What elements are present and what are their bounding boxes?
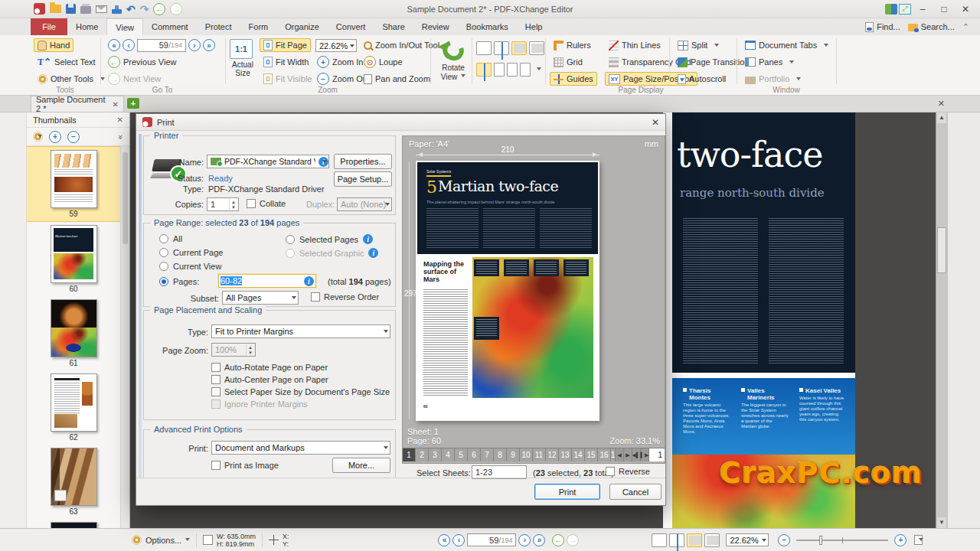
close-tab-icon[interactable]: ✕: [113, 100, 119, 109]
new-tab-icon[interactable]: +: [127, 98, 139, 109]
maximize-button[interactable]: □: [934, 2, 954, 16]
sheet-cell[interactable]: 5: [455, 448, 468, 461]
rotate-view-button[interactable]: RotateView: [436, 38, 470, 81]
radio-current-view[interactable]: Current View: [159, 262, 221, 271]
tab-view[interactable]: View: [106, 18, 143, 35]
fit-page-button[interactable]: Fit Page: [260, 38, 311, 52]
tab-organize[interactable]: Organize: [276, 18, 328, 35]
page-rotate-icon[interactable]: [520, 63, 531, 77]
sheet-cell[interactable]: 4: [442, 448, 455, 461]
zoom-slider-handle[interactable]: [819, 536, 822, 545]
radio-current-page[interactable]: Current Page: [159, 248, 223, 257]
thumbnail-page-61[interactable]: 61: [27, 296, 120, 370]
tab-form[interactable]: Form: [240, 18, 277, 35]
thumbnails-scrollbar[interactable]: [120, 146, 129, 528]
thumbnail-page-59[interactable]: 59: [27, 146, 120, 222]
fit-mode-icon[interactable]: [914, 535, 923, 545]
single-page-layout-icon[interactable]: [476, 41, 492, 55]
pan-and-zoom-button[interactable]: Pan and Zoom: [360, 72, 434, 86]
sheet-next-icon[interactable]: ▶: [624, 448, 632, 461]
next-page-icon[interactable]: ›: [188, 39, 201, 51]
grid-button[interactable]: Grid: [550, 55, 586, 69]
close-pane-icon[interactable]: ✕: [938, 99, 945, 109]
email-icon[interactable]: [96, 5, 107, 13]
two-page-layout-icon[interactable]: [511, 41, 527, 55]
portfolio-button[interactable]: Portfolio: [741, 72, 805, 86]
print-button[interactable]: Print: [534, 484, 600, 500]
subset-combo[interactable]: All Pages: [222, 291, 299, 305]
radio-selected-pages[interactable]: Selected Pages: [286, 234, 373, 244]
tab-share[interactable]: Share: [374, 18, 413, 35]
previous-view-button[interactable]: ←Previous View: [104, 55, 181, 69]
auto-rotate-checkbox[interactable]: Auto-Rotate Page on Paper: [211, 363, 328, 372]
continuous-layout-icon[interactable]: [669, 533, 684, 547]
previous-page-icon[interactable]: ‹: [122, 39, 135, 51]
collapse-ribbon-icon[interactable]: ⌃: [962, 22, 969, 32]
rulers-button[interactable]: Rulers: [550, 38, 595, 52]
tab-review[interactable]: Review: [413, 18, 458, 35]
tab-bookmarks[interactable]: Bookmarks: [458, 18, 517, 35]
reverse-order-checkbox[interactable]: Reverse Order: [311, 292, 379, 302]
document-tabs-button[interactable]: Document Tabs: [741, 38, 832, 52]
sheet-number-box[interactable]: 1: [649, 448, 665, 461]
tab-help[interactable]: Help: [517, 18, 551, 35]
ignore-margins-checkbox[interactable]: Ignore Printer Margins: [211, 399, 308, 409]
radio-all[interactable]: All: [159, 234, 182, 243]
sheet-cell[interactable]: 6: [468, 448, 481, 461]
more-button[interactable]: More...: [332, 458, 390, 473]
sheet-cell[interactable]: 11: [533, 448, 546, 461]
previous-page-icon[interactable]: ‹: [452, 534, 465, 546]
thumbnail-page-60[interactable]: Martian two-face 60: [27, 222, 120, 296]
fit-width-button[interactable]: Fit Width: [260, 55, 312, 69]
thin-lines-button[interactable]: Thin Lines: [605, 38, 665, 52]
close-thumbnails-icon[interactable]: ✕: [117, 116, 123, 124]
find-button[interactable]: Find...: [865, 22, 900, 32]
thumbnails-scrollbar-thumb[interactable]: [122, 152, 128, 244]
thumbnails-zoom-out-icon[interactable]: −: [67, 131, 80, 143]
thumbnail-page-64[interactable]: 64: [27, 519, 120, 528]
page-number-box[interactable]: 59/194: [137, 39, 186, 52]
sheet-cell[interactable]: 15: [585, 448, 598, 461]
stamp-icon[interactable]: [112, 9, 122, 14]
previous-view-icon[interactable]: ←: [552, 534, 564, 546]
layout-more-icon[interactable]: [533, 65, 541, 74]
printer-name-combo[interactable]: PDF-XChange Standard V6: [207, 155, 329, 168]
sheet-cell[interactable]: 14: [572, 448, 585, 461]
print-dialog-titlebar[interactable]: Print ✕: [136, 114, 665, 131]
spinner-arrows-icon[interactable]: ▲▼: [229, 199, 237, 210]
document-tab[interactable]: Sample Document 2 * ✕: [31, 96, 124, 112]
loupe-button[interactable]: ⊙Loupe: [360, 55, 407, 69]
autoscroll-button[interactable]: Autoscroll: [674, 72, 730, 86]
first-page-icon[interactable]: «: [108, 39, 120, 51]
hand-tool-button[interactable]: Hand: [34, 38, 74, 52]
sheet-cell[interactable]: 8: [494, 448, 507, 461]
duplex-combo[interactable]: Auto (None): [337, 197, 392, 211]
document-scrollbar-thumb[interactable]: [937, 227, 946, 273]
thumbnail-page-62[interactable]: 62: [27, 370, 120, 445]
sheet-cell[interactable]: 10: [520, 448, 533, 461]
tab-protect[interactable]: Protect: [197, 18, 240, 35]
single-page-layout-icon[interactable]: [652, 533, 667, 547]
zoom-in-button[interactable]: +Zoom In: [313, 55, 367, 69]
tab-home[interactable]: Home: [67, 18, 106, 35]
page-zoom-spinner[interactable]: 100% ▲▼: [211, 343, 256, 357]
sheet-cell[interactable]: 9: [507, 448, 520, 461]
tab-convert[interactable]: Convert: [328, 18, 374, 35]
sheet-cell[interactable]: 12: [546, 448, 559, 461]
first-page-icon[interactable]: «: [438, 534, 450, 546]
continuous-layout-icon[interactable]: [494, 41, 509, 55]
sheet-cell[interactable]: 1: [403, 448, 416, 461]
info-icon[interactable]: [363, 234, 373, 244]
properties-button[interactable]: Properties...: [334, 154, 392, 169]
pages-input[interactable]: 60-82: [218, 274, 316, 288]
thumbnails-zoom-in-icon[interactable]: +: [49, 131, 61, 143]
scroll-down-icon[interactable]: ▼: [937, 517, 946, 528]
statusbar-zoom-combo[interactable]: 22.62%: [726, 533, 769, 546]
actual-size-button[interactable]: 1:1 ActualSize: [230, 39, 256, 77]
print-as-image-checkbox[interactable]: Print as Image: [211, 461, 279, 470]
next-view-icon[interactable]: →: [567, 534, 579, 546]
sheet-cell[interactable]: 2: [416, 448, 429, 461]
options-gear-icon[interactable]: [132, 535, 142, 545]
thumbnails-options-icon[interactable]: [33, 132, 43, 142]
back-icon[interactable]: ←: [153, 3, 165, 15]
